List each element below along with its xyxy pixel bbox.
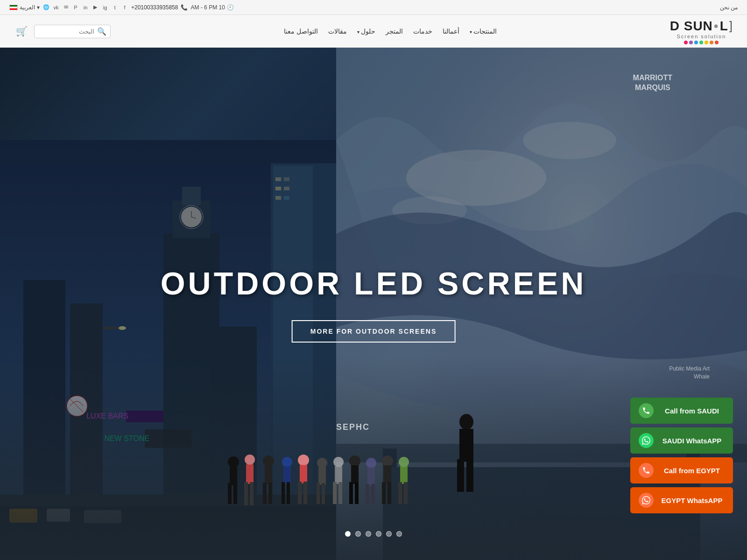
whale-text: Public Media Art Whale xyxy=(669,365,710,381)
svg-rect-76 xyxy=(367,467,375,486)
logo-led-text: L xyxy=(720,19,728,34)
instagram-icon[interactable]: ig xyxy=(101,4,109,11)
vk-icon[interactable]: vk xyxy=(52,4,60,11)
logo-dot xyxy=(694,41,698,44)
svg-rect-50 xyxy=(250,482,254,505)
hero-content: OUTDOOR LED SCREEN MORE FOR OUTDOOR SCRE… xyxy=(161,265,587,343)
svg-point-47 xyxy=(245,455,255,465)
svg-point-71 xyxy=(349,455,360,467)
top-bar-right: 🕙 AM - 6 PM 10 📞 +20100333935858 f t ig … xyxy=(9,4,234,11)
svg-rect-49 xyxy=(244,482,248,505)
nav-item-التواصلمعنا[interactable]: التواصل معنا xyxy=(284,28,318,35)
hero-title: OUTDOOR LED SCREEN xyxy=(161,265,587,301)
top-bar-left: من نحن xyxy=(720,4,738,11)
svg-rect-45 xyxy=(228,483,232,504)
language-selector[interactable]: ▾ العربية xyxy=(9,4,40,11)
slider-dot-3[interactable] xyxy=(376,531,381,537)
about-us-link[interactable]: من نحن xyxy=(720,4,738,11)
chevron-down-icon: ▾ xyxy=(37,4,40,11)
svg-rect-54 xyxy=(268,483,272,504)
svg-rect-84 xyxy=(400,466,408,484)
svg-rect-78 xyxy=(371,484,375,504)
search-box: 🔍 xyxy=(34,25,111,38)
crowd-silhouettes xyxy=(224,439,411,513)
contact-buttons: Call from SAUDISAUDI WhatsAPPCall from E… xyxy=(630,398,733,513)
svg-point-63 xyxy=(317,458,327,468)
slider-dot-6[interactable] xyxy=(345,531,351,537)
logo-area: [ L • D SUN Screen solution xyxy=(670,19,733,44)
svg-rect-58 xyxy=(287,482,290,504)
svg-rect-56 xyxy=(283,466,291,484)
slider-dot-5[interactable] xyxy=(355,531,361,537)
main-person-silhouette xyxy=(455,413,478,499)
logo-title: [ L • D SUN xyxy=(670,19,733,34)
saudi-whatsapp-label: SAUDI WhatsAPP xyxy=(659,437,725,445)
svg-rect-70 xyxy=(338,482,342,504)
search-input[interactable] xyxy=(38,28,94,35)
svg-rect-65 xyxy=(317,483,320,504)
slider-dot-2[interactable] xyxy=(386,531,392,537)
slider-dot-1[interactable] xyxy=(396,531,402,537)
svg-point-51 xyxy=(263,455,274,467)
nav-item-حلول[interactable]: حلول xyxy=(357,28,375,35)
svg-rect-68 xyxy=(335,466,342,484)
saudi-whatsapp-whatsapp-icon xyxy=(639,433,654,448)
svg-rect-48 xyxy=(246,464,254,484)
call-saudi-label: Call from SAUDI xyxy=(659,407,725,415)
svg-rect-77 xyxy=(366,484,369,504)
slider-dot-4[interactable] xyxy=(366,531,371,537)
email-icon[interactable]: ✉ xyxy=(62,4,70,11)
nav-item-مقالات[interactable]: مقالات xyxy=(328,28,347,35)
call-saudi-button[interactable]: Call from SAUDI xyxy=(630,398,733,424)
svg-point-79 xyxy=(382,455,393,467)
logo-box: [ L • D SUN Screen solution xyxy=(670,19,733,44)
cart-button[interactable]: 🛒 xyxy=(14,24,29,39)
nav-item-المتجر[interactable]: المتجر xyxy=(386,28,403,35)
person-svg xyxy=(455,413,478,497)
svg-point-67 xyxy=(333,457,344,467)
clock-icon: 🕙 xyxy=(227,4,234,11)
svg-rect-90 xyxy=(466,459,473,492)
logo-dot xyxy=(715,41,719,44)
saudi-whatsapp-button[interactable]: SAUDI WhatsAPP xyxy=(630,427,733,454)
logo-dot-middle: • xyxy=(714,19,719,34)
svg-rect-44 xyxy=(230,467,237,485)
call-saudi-phone-icon xyxy=(639,403,654,418)
hero-section: NEW STONE LUXE BARS xyxy=(0,48,747,560)
egypt-whatsapp-button[interactable]: EGYPT WhatsAPP xyxy=(630,487,733,513)
search-icon: 🔍 xyxy=(97,27,106,36)
svg-rect-57 xyxy=(282,482,285,504)
egypt-whatsapp-label: EGYPT WhatsAPP xyxy=(659,497,725,504)
logo-dots xyxy=(684,41,719,44)
call-egypt-label: Call from EGYPT xyxy=(659,467,725,475)
svg-rect-62 xyxy=(303,482,307,504)
svg-point-83 xyxy=(399,457,409,467)
slider-dots xyxy=(345,531,402,537)
phone-icon: 📞 xyxy=(181,4,188,11)
call-egypt-button[interactable]: Call from EGYPT xyxy=(630,457,733,483)
svg-rect-52 xyxy=(265,466,272,484)
nav-item-خدمات[interactable]: خدمات xyxy=(413,28,432,35)
logo-bracket-left: [ xyxy=(729,19,733,33)
social-icons: f t ig ▶ in P ✉ vk 🌐 xyxy=(42,4,128,11)
time-text: AM - 6 PM 10 xyxy=(190,4,225,11)
twitter-icon[interactable]: t xyxy=(111,4,119,11)
svg-point-75 xyxy=(366,458,376,468)
svg-point-55 xyxy=(282,457,292,467)
nav-links: من نحن xyxy=(720,4,738,11)
pinterest-icon[interactable]: P xyxy=(72,4,79,11)
marriott-sign: MARRIOTT MARQUIS xyxy=(633,73,672,93)
globe-icon[interactable]: 🌐 xyxy=(42,4,50,11)
facebook-icon[interactable]: f xyxy=(121,4,128,11)
egypt-whatsapp-whatsapp-icon xyxy=(639,493,654,508)
nav-item-المنتجات[interactable]: المنتجات xyxy=(470,28,497,35)
flag-icon xyxy=(9,5,18,10)
youtube-icon[interactable]: ▶ xyxy=(92,4,99,11)
linkedin-icon[interactable]: in xyxy=(82,4,89,11)
svg-rect-85 xyxy=(398,482,402,504)
nav-item-أعمالنا[interactable]: أعمالنا xyxy=(443,28,459,35)
logo-dot xyxy=(689,41,693,44)
header: [ L • D SUN Screen solution المنتجاتأعما… xyxy=(0,15,747,48)
more-outdoor-screens-button[interactable]: MORE FOR OUTDOOR SCREENS xyxy=(292,320,455,343)
time-info: 🕙 AM - 6 PM 10 xyxy=(190,4,233,11)
